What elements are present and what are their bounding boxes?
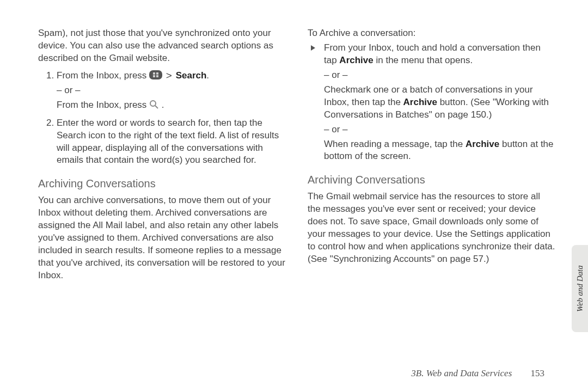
side-tab-label: Web and Data <box>575 265 585 311</box>
search-label: Search <box>176 70 207 81</box>
search-steps: From the Inbox, press > Search. – or – F… <box>38 68 286 167</box>
or-divider: – or – <box>324 124 555 136</box>
m1-b: in the menu that opens. <box>373 55 473 65</box>
step1b-post: . <box>162 100 164 110</box>
magnifier-icon <box>149 100 159 109</box>
svg-point-0 <box>150 101 156 106</box>
m3-a: When reading a message, tap the <box>324 139 465 149</box>
greater-than-icon: > <box>165 70 173 81</box>
step-1: From the Inbox, press > Search. – or – F… <box>57 68 286 112</box>
footer-section: 3B. Web and Data Services <box>411 368 512 378</box>
page-body: Spam), not just those that you've synchr… <box>0 0 588 284</box>
menu-key-icon <box>149 70 162 79</box>
archiving-heading-right: Archiving Conversations <box>308 173 555 187</box>
archiving-body-right: The Gmail webmail service has the resour… <box>308 191 555 266</box>
triangle-bullet-icon <box>311 45 315 51</box>
page-footer: 3B. Web and Data Services 153 <box>411 368 544 379</box>
page-number: 153 <box>531 368 545 378</box>
left-column: Spam), not just those that you've synchr… <box>38 27 286 284</box>
archiving-heading-left: Archiving Conversations <box>38 176 286 191</box>
or-divider: – or – <box>57 84 286 97</box>
step1-text-a: From the Inbox, press <box>57 70 149 81</box>
m2-bold: Archive <box>403 97 437 107</box>
right-column: To Archive a conversation: From your Inb… <box>308 27 555 284</box>
archive-method-1: From your Inbox, touch and hold a conver… <box>308 42 555 163</box>
svg-line-1 <box>155 106 158 108</box>
m3-bold: Archive <box>465 139 499 149</box>
to-archive-label: To Archive a conversation: <box>308 27 555 40</box>
archiving-body-left: You can archive conversations, to move t… <box>38 194 286 282</box>
intro-paragraph: Spam), not just those that you've synchr… <box>38 27 286 65</box>
step1b-pre: From the Inbox, press <box>57 100 149 110</box>
step-2: Enter the word or words to search for, t… <box>57 117 286 167</box>
section-side-tab: Web and Data <box>572 245 588 332</box>
m1-bold: Archive <box>339 55 373 65</box>
or-divider: – or – <box>324 69 555 82</box>
